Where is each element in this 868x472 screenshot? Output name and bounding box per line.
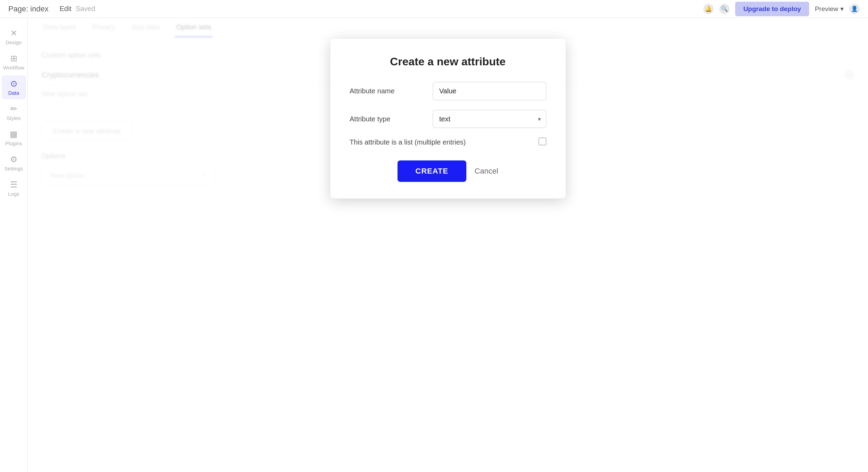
attribute-name-row: Attribute name xyxy=(350,82,546,100)
attribute-type-select-wrapper: text number boolean date image file geog… xyxy=(433,110,546,128)
sidebar-item-settings[interactable]: ⚙ Settings xyxy=(2,151,26,175)
sidebar-item-plugins[interactable]: ▦ Plugins xyxy=(2,126,26,150)
saved-indicator: Saved xyxy=(76,5,95,13)
page-indicator: Page: index xyxy=(8,4,48,13)
workflow-icon: ⊞ xyxy=(10,54,17,63)
edit-button[interactable]: Edit xyxy=(60,5,71,13)
sidebar: ✕ Design ⊞ Workflow ⊙ Data ✏ Styles ▦ Pl… xyxy=(0,18,28,472)
sidebar-label-design: Design xyxy=(6,39,22,45)
notifications-icon[interactable]: 🔔 xyxy=(703,4,714,14)
sidebar-label-settings: Settings xyxy=(4,166,23,172)
preview-chevron-icon: ▾ xyxy=(840,5,844,13)
sidebar-item-data[interactable]: ⊙ Data xyxy=(2,75,26,99)
attribute-name-label: Attribute name xyxy=(350,87,426,95)
sidebar-label-data: Data xyxy=(8,90,19,96)
dialog-overlay: Create a new attribute Attribute name At… xyxy=(28,18,868,472)
list-checkbox-wrapper xyxy=(539,138,546,147)
user-avatar[interactable]: 👤 xyxy=(849,4,860,14)
design-icon: ✕ xyxy=(10,28,17,38)
attribute-name-input[interactable] xyxy=(433,82,546,100)
dialog-title: Create a new attribute xyxy=(350,55,546,68)
attribute-type-row: Attribute type text number boolean date … xyxy=(350,110,546,128)
styles-icon: ✏ xyxy=(10,104,17,114)
dialog-buttons: CREATE Cancel xyxy=(350,160,546,182)
list-checkbox[interactable] xyxy=(539,138,546,145)
top-bar-right: 🔔 🔍 Upgrade to deploy Preview ▾ 👤 xyxy=(703,2,860,16)
cancel-button[interactable]: Cancel xyxy=(475,167,498,176)
data-icon: ⊙ xyxy=(10,79,17,89)
upgrade-button[interactable]: Upgrade to deploy xyxy=(735,2,810,16)
create-attribute-dialog: Create a new attribute Attribute name At… xyxy=(330,39,566,198)
preview-label: Preview xyxy=(815,5,838,13)
search-icon[interactable]: 🔍 xyxy=(719,4,730,14)
page-label: Page: index xyxy=(8,4,48,13)
top-bar: Page: index Edit Saved 🔔 🔍 Upgrade to de… xyxy=(0,0,868,18)
attribute-type-select[interactable]: text number boolean date image file geog… xyxy=(433,110,546,128)
sidebar-item-styles[interactable]: ✏ Styles xyxy=(2,101,26,124)
sidebar-label-styles: Styles xyxy=(7,115,21,121)
plugins-icon: ▦ xyxy=(10,129,18,139)
list-checkbox-row: This attribute is a list (multiple entri… xyxy=(350,138,546,147)
list-label: This attribute is a list (multiple entri… xyxy=(350,138,466,146)
sidebar-item-logs[interactable]: ☰ Logs xyxy=(2,176,26,200)
sidebar-label-logs: Logs xyxy=(8,191,19,197)
logs-icon: ☰ xyxy=(10,180,18,189)
settings-icon: ⚙ xyxy=(10,155,18,164)
sidebar-item-workflow[interactable]: ⊞ Workflow xyxy=(2,50,26,74)
preview-button[interactable]: Preview ▾ xyxy=(815,5,844,13)
create-button[interactable]: CREATE xyxy=(398,160,466,182)
top-bar-actions: Edit Saved xyxy=(60,5,95,13)
sidebar-label-plugins: Plugins xyxy=(5,140,22,146)
sidebar-label-workflow: Workflow xyxy=(3,65,24,71)
attribute-type-label: Attribute type xyxy=(350,115,426,123)
sidebar-item-design[interactable]: ✕ Design xyxy=(2,25,26,49)
